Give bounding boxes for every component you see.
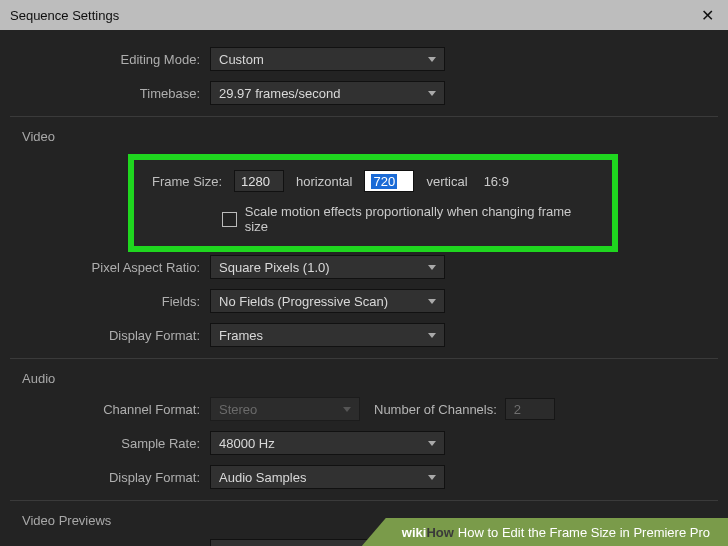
fields-label: Fields: xyxy=(10,294,210,309)
content-pane: Editing Mode: Custom Timebase: 29.97 fra… xyxy=(0,30,728,546)
pixel-aspect-select[interactable]: Square Pixels (1.0) xyxy=(210,255,445,279)
scale-motion-row: Scale motion effects proportionally when… xyxy=(222,204,594,234)
timebase-select[interactable]: 29.97 frames/second xyxy=(210,81,445,105)
fields-select[interactable]: No Fields (Progressive Scan) xyxy=(210,289,445,313)
pixel-aspect-row: Pixel Aspect Ratio: Square Pixels (1.0) xyxy=(10,250,718,284)
vertical-label: vertical xyxy=(426,174,467,189)
footer-banner: wikiHow How to Edit the Frame Size in Pr… xyxy=(362,518,728,546)
timebase-value: 29.97 frames/second xyxy=(219,86,340,101)
timebase-row: Timebase: 29.97 frames/second xyxy=(10,76,718,110)
horizontal-label: horizontal xyxy=(296,174,352,189)
window-title: Sequence Settings xyxy=(10,8,697,23)
pixel-aspect-value: Square Pixels (1.0) xyxy=(219,260,330,275)
scale-motion-label: Scale motion effects proportionally when… xyxy=(245,204,594,234)
editing-mode-label: Editing Mode: xyxy=(10,52,210,67)
display-format-video-select[interactable]: Frames xyxy=(210,323,445,347)
editing-mode-select[interactable]: Custom xyxy=(210,47,445,71)
chevron-down-icon xyxy=(428,265,436,270)
chevron-down-icon xyxy=(428,333,436,338)
chevron-down-icon xyxy=(428,91,436,96)
editing-mode-value: Custom xyxy=(219,52,264,67)
fields-row: Fields: No Fields (Progressive Scan) xyxy=(10,284,718,318)
close-icon[interactable]: ✕ xyxy=(697,6,718,25)
chevron-down-icon xyxy=(428,299,436,304)
wiki-logo: wikiHow xyxy=(402,525,454,540)
display-format-video-value: Frames xyxy=(219,328,263,343)
num-channels-value-box: 2 xyxy=(505,398,555,420)
aspect-ratio-label: 16:9 xyxy=(484,174,509,189)
display-format-audio-value: Audio Samples xyxy=(219,470,306,485)
frame-width-value: 1280 xyxy=(241,174,270,189)
chevron-down-icon xyxy=(428,57,436,62)
channel-format-row: Channel Format: Stereo Number of Channel… xyxy=(10,392,718,426)
frame-size-highlight: Frame Size: 1280 horizontal 720 vertical… xyxy=(128,154,618,252)
num-channels-value: 2 xyxy=(514,402,521,417)
display-format-audio-label: Display Format: xyxy=(10,470,210,485)
sample-rate-value: 48000 Hz xyxy=(219,436,275,451)
display-format-audio-select[interactable]: Audio Samples xyxy=(210,465,445,489)
frame-height-input[interactable]: 720 xyxy=(364,170,414,192)
fields-value: No Fields (Progressive Scan) xyxy=(219,294,388,309)
pixel-aspect-label: Pixel Aspect Ratio: xyxy=(10,260,210,275)
chevron-down-icon xyxy=(428,475,436,480)
footer: wikiHow How to Edit the Frame Size in Pr… xyxy=(0,518,728,546)
chevron-down-icon xyxy=(343,407,351,412)
frame-size-label: Frame Size: xyxy=(152,174,222,189)
editing-mode-row: Editing Mode: Custom xyxy=(10,42,718,76)
timebase-label: Timebase: xyxy=(10,86,210,101)
footer-text: How to Edit the Frame Size in Premiere P… xyxy=(458,525,710,540)
scale-motion-checkbox[interactable] xyxy=(222,212,237,227)
audio-section-header: Audio xyxy=(10,358,718,392)
frame-size-row: Frame Size: 1280 horizontal 720 vertical… xyxy=(152,170,594,192)
display-format-audio-row: Display Format: Audio Samples xyxy=(10,460,718,494)
channel-format-label: Channel Format: xyxy=(10,402,210,417)
sample-rate-label: Sample Rate: xyxy=(10,436,210,451)
display-format-video-row: Display Format: Frames xyxy=(10,318,718,352)
chevron-down-icon xyxy=(428,441,436,446)
frame-height-value: 720 xyxy=(371,174,397,189)
num-channels-label: Number of Channels: xyxy=(374,402,497,417)
channel-format-value: Stereo xyxy=(219,402,257,417)
sample-rate-select[interactable]: 48000 Hz xyxy=(210,431,445,455)
frame-width-input[interactable]: 1280 xyxy=(234,170,284,192)
display-format-video-label: Display Format: xyxy=(10,328,210,343)
sample-rate-row: Sample Rate: 48000 Hz xyxy=(10,426,718,460)
video-section-header: Video xyxy=(10,116,718,150)
titlebar: Sequence Settings ✕ xyxy=(0,0,728,30)
channel-format-select: Stereo xyxy=(210,397,360,421)
